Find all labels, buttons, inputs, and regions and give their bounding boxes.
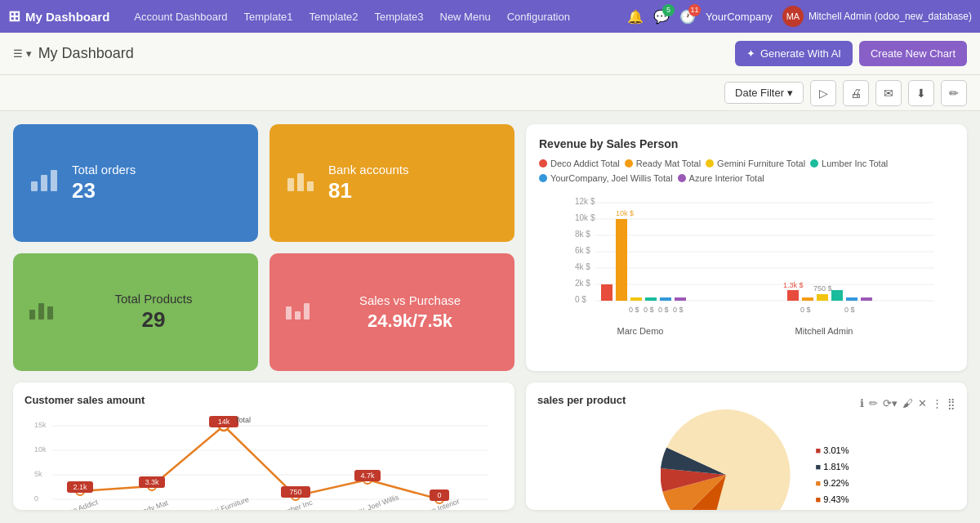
svg-text:4.7k: 4.7k <box>360 472 375 480</box>
legend-item: YourCompany, Joel Willis Total <box>539 173 673 183</box>
refresh-icon[interactable]: ⟳▾ <box>883 397 898 409</box>
svg-rect-48 <box>304 303 310 320</box>
svg-rect-38 <box>831 290 843 301</box>
info-icon[interactable]: ℹ <box>860 397 864 409</box>
products-chart-icon <box>29 297 54 328</box>
svg-text:0 $: 0 $ <box>844 306 855 314</box>
svg-text:0 $: 0 $ <box>575 295 586 304</box>
subheader-right: ✦ Generate With AI Create New Chart <box>735 41 967 66</box>
nav-account-dashboard[interactable]: Account Dashboard <box>127 7 234 26</box>
grid-icon: ⊞ <box>8 7 20 25</box>
sales-per-product-card: sales per product ℹ ✏ ⟳▾ 🖌 ✕ ⋮ ⣿ <box>526 382 967 510</box>
kpi-salespurchase-value: 24.9k/7.5k <box>322 311 498 332</box>
clock-badge: 11 <box>688 4 701 16</box>
legend-item: Deco Addict Total <box>539 159 620 168</box>
kpi-total-orders[interactable]: Total orders 23 <box>13 124 258 242</box>
kpi-total-products[interactable]: Total Products 29 <box>13 253 258 371</box>
svg-text:Marc Demo: Marc Demo <box>617 326 664 336</box>
kpi-bank-accounts[interactable]: Bank accounts 81 <box>270 124 514 242</box>
subheader-left: ☰ ▾ My Dashboard <box>13 45 134 62</box>
svg-rect-36 <box>817 294 828 301</box>
svg-text:14k: 14k <box>218 418 230 426</box>
svg-text:750: 750 <box>289 488 301 496</box>
svg-text:0 $: 0 $ <box>629 306 639 314</box>
svg-rect-0 <box>31 181 38 191</box>
nav-template3[interactable]: Template3 <box>368 7 430 26</box>
layout-toggle[interactable]: ☰ ▾ <box>13 47 32 60</box>
messages-icon-wrap[interactable]: 💬 5 <box>653 9 670 25</box>
svg-text:750 $: 750 $ <box>813 284 832 293</box>
close-x-icon[interactable]: ✕ <box>918 397 927 409</box>
messages-badge: 5 <box>662 4 675 16</box>
svg-text:10k $: 10k $ <box>575 213 595 222</box>
create-new-chart-button[interactable]: Create New Chart <box>859 41 967 66</box>
nav-right: 🔔 💬 5 🕐 11 YourCompany MA Mitchell Admin… <box>627 6 972 27</box>
page-title: My Dashboard <box>38 45 134 62</box>
kpi-salespurchase-label: Sales vs Purchase <box>322 293 498 307</box>
svg-text:4k $: 4k $ <box>575 262 590 271</box>
toolbar: Date Filter ▾ ▷ 🖨 ✉ ⬇ ✏ <box>0 75 980 111</box>
brush-icon[interactable]: 🖌 <box>902 397 913 409</box>
customer-sales-title: Customer sales amount <box>24 394 503 406</box>
legend-item: Ready Mat Total <box>625 159 701 168</box>
svg-rect-45 <box>47 306 53 320</box>
svg-text:Gemini Furniture: Gemini Furniture <box>196 495 250 510</box>
svg-text:10k $: 10k $ <box>616 209 634 217</box>
svg-text:Total: Total <box>235 416 251 424</box>
clock-icon-wrap[interactable]: 🕐 11 <box>679 9 696 25</box>
company-name[interactable]: YourCompany <box>706 11 773 23</box>
print-button[interactable]: 🖨 <box>843 80 869 106</box>
svg-rect-39 <box>846 297 858 301</box>
svg-rect-2 <box>51 170 57 191</box>
edit-pen-icon[interactable]: ✏ <box>869 397 878 409</box>
svg-rect-32 <box>787 290 799 301</box>
svg-text:0: 0 <box>437 491 441 499</box>
revenue-chart-title: Revenue by Sales Person <box>539 137 954 150</box>
bank-chart-icon <box>286 167 317 199</box>
nav-template2[interactable]: Template2 <box>303 7 365 26</box>
drag-icon[interactable]: ⣿ <box>947 397 956 409</box>
svg-rect-44 <box>38 303 44 320</box>
chevron-down-icon: ▾ <box>787 87 793 99</box>
kpi-bank-text: Bank accounts 81 <box>328 163 408 203</box>
svg-text:12k $: 12k $ <box>575 197 595 206</box>
edit-button[interactable]: ✏ <box>941 80 967 106</box>
revenue-bar-chart: 12k $ 10k $ 8k $ 6k $ 4k $ 2k $ 0 $ 10k … <box>539 191 954 355</box>
legend-item: Lumber Inc Total <box>810 159 888 168</box>
svg-text:Ready Mat: Ready Mat <box>133 498 170 510</box>
svg-text:3.3k: 3.3k <box>145 478 159 486</box>
top-navigation: ⊞ My Dashboard Account Dashboard Templat… <box>0 0 980 33</box>
customer-sales-card: Customer sales amount 15k 10k 5k 0 2.1k … <box>13 382 514 510</box>
sales-per-product-title: sales per product <box>537 394 626 406</box>
date-filter-button[interactable]: Date Filter ▾ <box>724 82 804 104</box>
brand[interactable]: ⊞ My Dashboard <box>8 7 109 25</box>
svg-text:8k $: 8k $ <box>575 230 590 239</box>
user-info[interactable]: MA Mitchell Admin (odoo_new_database) <box>782 6 972 27</box>
menu-dots-icon[interactable]: ⋮ <box>932 397 942 409</box>
svg-text:0: 0 <box>34 494 38 503</box>
svg-rect-34 <box>802 297 813 301</box>
avatar: MA <box>782 6 804 27</box>
pie-labels: ■ 3.01% ■ 1.81% ■ 9.22% ■ 9.43% <box>816 442 849 507</box>
download-button[interactable]: ⬇ <box>908 80 934 106</box>
svg-rect-29 <box>675 297 686 301</box>
bar-chart-icon <box>29 167 60 199</box>
pie-chart-area: ■ 3.01% ■ 1.81% ■ 9.22% ■ 9.43% <box>537 418 956 510</box>
nav-new-menu[interactable]: New Menu <box>434 7 497 26</box>
svg-rect-46 <box>286 306 292 320</box>
nav-configuration[interactable]: Configuration <box>501 7 577 26</box>
username: Mitchell Admin (odoo_new_database) <box>808 11 972 22</box>
customer-line-chart: 15k 10k 5k 0 2.1k 3.3k 14k <box>24 413 503 510</box>
kpi-sales-purchase[interactable]: Sales vs Purchase 24.9k/7.5k <box>270 253 514 371</box>
brand-name: My Dashboard <box>25 10 109 24</box>
kpi-products-label: Total Products <box>65 292 242 306</box>
svg-text:0 $: 0 $ <box>644 306 654 314</box>
email-button[interactable]: ✉ <box>875 80 902 106</box>
kpi-orders-value: 23 <box>72 178 136 203</box>
play-button[interactable]: ▷ <box>810 80 836 106</box>
notification-bell[interactable]: 🔔 <box>627 9 644 25</box>
nav-template1[interactable]: Template1 <box>238 7 300 26</box>
nav-links: Account Dashboard Template1 Template2 Te… <box>127 7 617 26</box>
svg-text:2.1k: 2.1k <box>73 483 87 491</box>
generate-ai-button[interactable]: ✦ Generate With AI <box>735 41 853 66</box>
